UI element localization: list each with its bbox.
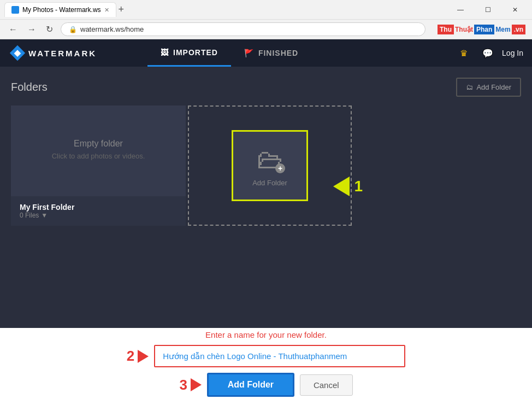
folder-empty-text: Empty folder <box>52 139 145 149</box>
login-button[interactable]: Log In <box>502 49 523 57</box>
close-tab-btn[interactable]: ✕ <box>104 7 109 14</box>
add-folder-header-button[interactable]: 🗂 Add Folder <box>456 78 521 97</box>
maximize-button[interactable]: ☐ <box>475 2 500 18</box>
finished-label: FINISHED <box>258 49 298 57</box>
tab-area: My Photos - Watermark.ws ✕ + <box>4 2 448 17</box>
app-nav: 🖼 IMPORTED 🚩 FINISHED <box>147 39 454 67</box>
app-logo: WATERMARK <box>0 39 147 67</box>
brand-phan: Phan <box>474 25 494 34</box>
url-bar[interactable]: 🔒 watermark.ws/home <box>61 22 425 36</box>
content-inner: Folders 🗂 Add Folder Empty folder Click … <box>0 67 532 237</box>
files-text: 0 Files <box>20 212 39 219</box>
annotation-number: 1 <box>354 178 363 195</box>
add-folder-header-label: Add Folder <box>476 83 511 91</box>
folder-sub-text: Click to add photos or videos. <box>52 152 145 160</box>
title-bar: My Photos - Watermark.ws ✕ + — ☐ ✕ <box>0 0 532 20</box>
imported-label: IMPORTED <box>173 48 218 57</box>
step2-arrow <box>138 350 149 363</box>
imported-icon: 🖼 <box>161 48 169 57</box>
folders-header: Folders 🗂 Add Folder <box>11 78 521 97</box>
folder-empty-info: Empty folder Click to add photos or vide… <box>52 139 145 160</box>
minimize-button[interactable]: — <box>448 2 473 18</box>
arrow-annotation: 1 <box>317 177 363 196</box>
folder-name: My First Folder <box>20 203 177 212</box>
cancel-button[interactable]: Cancel <box>300 374 353 396</box>
folders-title: Folders <box>11 81 48 93</box>
folders-grid: Empty folder Click to add photos or vide… <box>11 105 521 226</box>
folder-card-footer: My First Folder 0 Files ▼ <box>11 196 186 226</box>
folder-icon-wrapper: 🗁 + <box>257 144 283 174</box>
close-window-button[interactable]: ✕ <box>503 2 528 18</box>
forward-button[interactable]: → <box>25 22 38 37</box>
add-folder-area: 🗁 + Add Folder <box>188 105 352 226</box>
buttons-row: 3 Add Folder Cancel <box>11 373 521 397</box>
folder-files: 0 Files ▼ <box>20 212 177 219</box>
logo-icon <box>11 46 24 60</box>
brand-thu: Thu <box>438 25 454 34</box>
add-folder-icon: 🗂 <box>466 83 473 91</box>
add-folder-confirm-button[interactable]: Add Folder <box>207 373 294 397</box>
brand-vn: .vn <box>512 25 525 34</box>
chevron-down-icon: ▼ <box>41 212 48 219</box>
back-button[interactable]: ← <box>7 22 20 37</box>
step3-number: 3 <box>179 377 187 394</box>
tab-title: My Photos - Watermark.ws <box>22 6 101 14</box>
tab-finished[interactable]: 🚩 FINISHED <box>231 39 311 67</box>
step2-number: 2 <box>127 348 134 365</box>
modal-dialog: Enter a name for your new folder. 2 3 Ad… <box>0 328 532 399</box>
crown-button[interactable]: ♛ <box>454 43 474 63</box>
window-controls: — ☐ ✕ <box>448 2 528 18</box>
comment-button[interactable]: 💬 <box>478 43 498 63</box>
yellow-arrow-icon <box>317 177 350 196</box>
brand-thuat: Thuật <box>455 26 473 33</box>
brand-mem: Mem <box>495 26 510 33</box>
new-tab-button[interactable]: + <box>119 4 125 15</box>
folder-card[interactable]: Empty folder Click to add photos or vide… <box>11 105 186 226</box>
step2-annotation: 2 <box>127 348 149 365</box>
main-content: Folders 🗂 Add Folder Empty folder Click … <box>0 67 532 328</box>
logo-text: WATERMARK <box>28 49 97 58</box>
step3-annotation: 3 <box>179 377 201 394</box>
input-row: 2 <box>11 345 521 367</box>
tab-imported[interactable]: 🖼 IMPORTED <box>147 39 231 67</box>
lock-icon: 🔒 <box>69 26 77 33</box>
browser-tab[interactable]: My Photos - Watermark.ws ✕ <box>4 2 116 17</box>
app-nav-right: ♛ 💬 Log In <box>454 43 532 63</box>
folder-plus-icon: + <box>275 163 285 173</box>
app-header: WATERMARK 🖼 IMPORTED 🚩 FINISHED ♛ 💬 Log … <box>0 39 532 67</box>
add-folder-box[interactable]: 🗁 + Add Folder <box>232 130 308 201</box>
add-folder-box-label: Add Folder <box>252 179 287 187</box>
step3-arrow <box>191 378 202 391</box>
refresh-button[interactable]: ↻ <box>44 22 55 37</box>
tab-favicon <box>11 6 19 14</box>
url-text: watermark.ws/home <box>80 25 144 33</box>
finished-icon: 🚩 <box>244 49 254 57</box>
brand-area: ThuThuậtPhanMem.vn <box>438 25 525 34</box>
address-bar: ← → ↻ 🔒 watermark.ws/home ThuThuậtPhanMe… <box>0 20 532 39</box>
folder-name-input[interactable] <box>154 345 405 367</box>
modal-title: Enter a name for your new folder. <box>205 330 327 339</box>
